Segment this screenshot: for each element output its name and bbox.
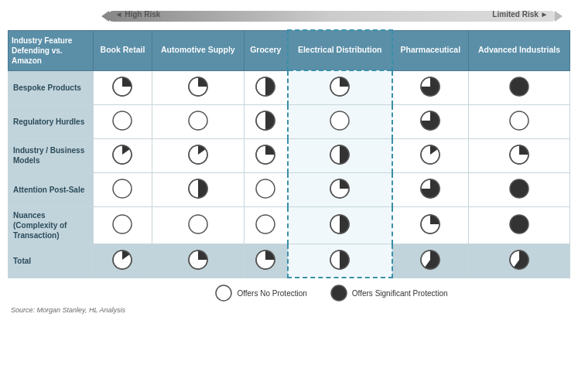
cell-5-4 <box>392 244 469 278</box>
svg-point-11 <box>113 111 132 130</box>
legend-container: Offers No Protection Offers Significant … <box>8 285 570 302</box>
row-label-1: Regulatory Hurdles <box>9 104 94 138</box>
limited-risk-label: Limited Risk ► <box>492 10 548 19</box>
header-cell-pharma: Pharmaceutical <box>392 30 469 70</box>
svg-point-10 <box>510 77 528 96</box>
cell-2-5 <box>469 138 570 172</box>
cell-0-3 <box>288 70 392 104</box>
row-label-0: Bespoke Products <box>9 70 94 104</box>
table-row: Nuances (Complexity of Transaction) <box>9 206 570 244</box>
table-header-row: Industry Feature Defending vs. Amazon Bo… <box>9 30 570 70</box>
svg-point-40 <box>113 215 132 233</box>
cell-1-0 <box>94 104 152 138</box>
svg-point-42 <box>256 215 275 233</box>
cell-5-0 <box>94 244 152 278</box>
legend-significant-protection: Offers Significant Protection <box>330 285 448 302</box>
header-cell-advanced: Advanced Industrials <box>469 30 570 70</box>
comparison-table: Industry Feature Defending vs. Amazon Bo… <box>8 29 570 278</box>
legend-no-protection: Offers No Protection <box>215 285 306 302</box>
header-cell-grocery: Grocery <box>244 30 288 70</box>
cell-5-3 <box>288 244 392 278</box>
svg-point-39 <box>510 179 528 198</box>
svg-point-41 <box>189 215 207 233</box>
cell-1-3 <box>288 104 392 138</box>
table-body: Bespoke Products Regulatory Hurdles Indu… <box>9 70 570 278</box>
cell-5-2 <box>244 244 288 278</box>
cell-3-1 <box>152 172 244 206</box>
cell-3-5 <box>469 172 570 206</box>
no-protection-label: Offers No Protection <box>237 289 306 298</box>
svg-point-15 <box>330 111 349 130</box>
arrow-right-icon <box>555 11 563 22</box>
cell-4-3 <box>288 206 392 244</box>
cell-2-3 <box>288 138 392 172</box>
table-row: Bespoke Products <box>9 70 570 104</box>
cell-1-5 <box>469 104 570 138</box>
table-row: Total <box>9 244 570 278</box>
significant-protection-icon <box>330 285 347 302</box>
cell-4-2 <box>244 206 288 244</box>
cell-4-4 <box>392 206 469 244</box>
cell-0-1 <box>152 70 244 104</box>
risk-arrow: ◄ High Risk Limited Risk ► <box>108 8 556 25</box>
svg-point-12 <box>189 111 207 130</box>
cell-0-5 <box>469 70 570 104</box>
cell-1-4 <box>392 104 469 138</box>
cell-1-1 <box>152 104 244 138</box>
cell-0-2 <box>244 70 288 104</box>
no-protection-icon <box>215 285 232 302</box>
row-label-2: Industry / Business Models <box>9 138 94 172</box>
cell-4-5 <box>469 206 570 244</box>
cell-0-0 <box>94 70 152 104</box>
cell-3-0 <box>94 172 152 206</box>
cell-5-1 <box>152 244 244 278</box>
svg-point-61 <box>331 285 347 301</box>
table-row: Regulatory Hurdles <box>9 104 570 138</box>
risk-bar-container: ◄ High Risk Limited Risk ► <box>8 8 570 25</box>
row-label-5: Total <box>9 244 94 278</box>
cell-3-2 <box>244 172 288 206</box>
cell-3-4 <box>392 172 469 206</box>
significant-protection-label: Offers Significant Protection <box>352 289 448 298</box>
svg-point-47 <box>510 215 528 233</box>
cell-4-0 <box>94 206 152 244</box>
table-row: Industry / Business Models <box>9 138 570 172</box>
cell-2-1 <box>152 138 244 172</box>
risk-gradient-bar: ◄ High Risk Limited Risk ► <box>108 11 556 22</box>
cell-0-4 <box>392 70 469 104</box>
source-note: Source: Morgan Stanley, HL Analysis <box>8 306 570 314</box>
row-label-4: Nuances (Complexity of Transaction) <box>9 206 94 244</box>
header-cell-electrical: Electrical Distribution <box>288 30 392 70</box>
svg-point-18 <box>510 111 528 130</box>
row-label-3: Attention Post-Sale <box>9 172 94 206</box>
cell-2-0 <box>94 138 152 172</box>
high-risk-label: ◄ High Risk <box>115 10 161 19</box>
table-row: Attention Post-Sale <box>9 172 570 206</box>
cell-4-1 <box>152 206 244 244</box>
cell-2-2 <box>244 138 288 172</box>
cell-3-3 <box>288 172 392 206</box>
cell-2-4 <box>392 138 469 172</box>
svg-point-60 <box>216 285 231 301</box>
cell-1-2 <box>244 104 288 138</box>
row-header-cell: Industry Feature Defending vs. Amazon <box>9 30 94 70</box>
svg-point-31 <box>113 179 132 198</box>
svg-point-34 <box>256 179 275 198</box>
header-cell-book-retail: Book Retail <box>94 30 152 70</box>
header-cell-auto-supply: Automotive Supply <box>152 30 244 70</box>
cell-5-5 <box>469 244 570 278</box>
